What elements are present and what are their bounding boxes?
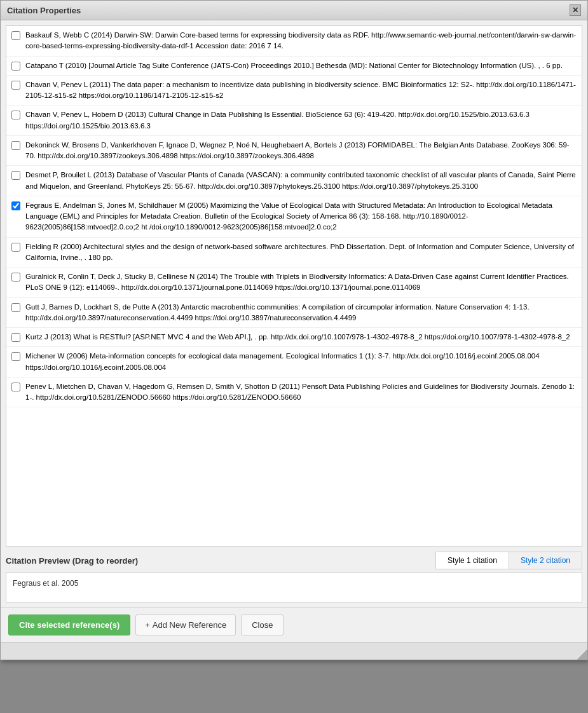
reference-list: Baskauf S, Webb C (2014) Darwin-SW: Darw… <box>6 25 582 547</box>
reference-text: Chavan V, Penev L (2011) The data paper:… <box>25 79 577 102</box>
reference-text: Kurtz J (2013) What is RESTful? [ASP.NET… <box>25 332 570 343</box>
close-dialog-button[interactable]: Close <box>241 615 284 635</box>
reference-checkbox[interactable] <box>11 243 20 252</box>
list-item: Kurtz J (2013) What is RESTful? [ASP.NET… <box>6 328 582 347</box>
list-item: Chavan V, Penev L, Hobern D (2013) Cultu… <box>6 105 582 136</box>
list-item: Dekoninck W, Brosens D, Vankerkhoven F, … <box>6 136 582 166</box>
dialog-close-button[interactable]: ✕ <box>570 4 581 16</box>
list-item: Chavan V, Penev L (2011) The data paper:… <box>6 76 582 106</box>
list-item: Fielding R (2000) Architectural styles a… <box>6 238 582 268</box>
reference-checkbox[interactable] <box>11 62 20 71</box>
add-new-reference-button[interactable]: + Add New Reference <box>135 615 236 635</box>
citation-properties-dialog: Citation Properties ✕ Baskauf S, Webb C … <box>0 0 588 660</box>
resize-handle[interactable] <box>577 649 587 660</box>
list-item: Baskauf S, Webb C (2014) Darwin-SW: Darw… <box>6 26 582 57</box>
style-2-tab[interactable]: Style 2 citation <box>509 552 582 569</box>
reference-text: Fegraus E, Andelman S, Jones M, Schildha… <box>25 200 577 233</box>
list-item: Guralnick R, Conlin T, Deck J, Stucky B,… <box>6 268 582 298</box>
title-bar: Citation Properties ✕ <box>1 1 587 20</box>
dialog-title: Citation Properties <box>7 6 81 15</box>
list-item: Michener W (2006) Meta-information conce… <box>6 347 582 377</box>
reference-text: Michener W (2006) Meta-information conce… <box>25 351 577 373</box>
reference-checkbox[interactable] <box>11 383 20 391</box>
cite-selected-button[interactable]: Cite selected reference(s) <box>8 615 130 635</box>
reference-checkbox[interactable] <box>11 141 20 150</box>
citation-preview-header: Citation Preview (Drag to reorder) Style… <box>6 552 582 569</box>
list-item: Desmet P, Brouilet L (2013) Database of … <box>6 166 582 196</box>
list-item: Penev L, Mietchen D, Chavan V, Hagedorn … <box>6 377 582 408</box>
bottom-bar <box>1 642 587 660</box>
list-item: Catapano T (2010) [Journal Article Tag S… <box>6 57 582 76</box>
plus-icon: + <box>145 620 150 630</box>
style-tabs: Style 1 citation Style 2 citation <box>435 552 582 569</box>
reference-checkbox[interactable] <box>11 333 20 342</box>
reference-text: Baskauf S, Webb C (2014) Darwin-SW: Darw… <box>25 30 577 52</box>
reference-checkbox[interactable] <box>11 201 20 210</box>
reference-checkbox[interactable] <box>11 111 20 119</box>
citation-preview-title: Citation Preview (Drag to reorder) <box>6 556 138 566</box>
reference-text: Desmet P, Brouilet L (2013) Database of … <box>25 170 577 192</box>
reference-text: Guralnick R, Conlin T, Deck J, Stucky B,… <box>25 271 577 294</box>
reference-text: Gutt J, Barnes D, Lockhart S, de Putte A… <box>25 302 577 324</box>
reference-text: Fielding R (2000) Architectural styles a… <box>25 241 577 264</box>
reference-text: Penev L, Mietchen D, Chavan V, Hagedorn … <box>25 381 577 404</box>
reference-text: Catapano T (2010) [Journal Article Tag S… <box>25 60 563 71</box>
add-ref-label: Add New Reference <box>153 620 226 630</box>
citation-preview-text: Fegraus et al. 2005 <box>13 579 78 588</box>
style-1-tab[interactable]: Style 1 citation <box>436 552 509 569</box>
reference-checkbox[interactable] <box>11 81 20 90</box>
reference-text: Chavan V, Penev L, Hobern D (2013) Cultu… <box>25 109 577 132</box>
reference-checkbox[interactable] <box>11 171 20 180</box>
citation-preview-section: Citation Preview (Drag to reorder) Style… <box>6 552 582 602</box>
reference-checkbox[interactable] <box>11 273 20 282</box>
reference-checkbox[interactable] <box>11 352 20 361</box>
citation-preview-box: Fegraus et al. 2005 <box>6 572 582 602</box>
list-item: Gutt J, Barnes D, Lockhart S, de Putte A… <box>6 298 582 329</box>
reference-checkbox[interactable] <box>11 303 20 312</box>
bottom-toolbar: Cite selected reference(s) + Add New Ref… <box>1 608 587 642</box>
list-item: Fegraus E, Andelman S, Jones M, Schildha… <box>6 196 582 238</box>
reference-checkbox[interactable] <box>11 31 20 40</box>
reference-text: Dekoninck W, Brosens D, Vankerkhoven F, … <box>25 140 577 162</box>
